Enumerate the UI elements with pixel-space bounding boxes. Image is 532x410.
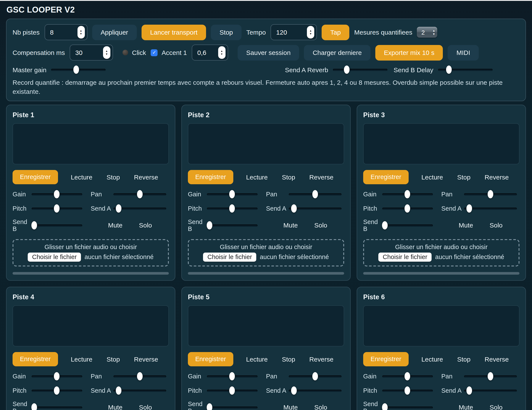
send-a-slider[interactable] (464, 204, 517, 213)
slider-thumb[interactable] (207, 221, 212, 229)
slider-thumb[interactable] (446, 65, 452, 74)
compensation-value[interactable] (75, 49, 103, 56)
slider-track[interactable] (382, 406, 433, 409)
slider-thumb[interactable] (31, 221, 37, 229)
reverse-button[interactable]: Reverse (308, 355, 335, 363)
master-gain-slider[interactable] (51, 65, 106, 74)
slider-thumb[interactable] (229, 190, 235, 198)
stepper-up-icon[interactable]: ▲ (220, 50, 223, 53)
charger-derniere-button[interactable]: Charger derniere (304, 45, 370, 60)
mesures-select[interactable]: 2 ▲▼ (417, 27, 437, 38)
play-button[interactable]: Lecture (69, 355, 94, 363)
record-button[interactable]: Enregistrer (13, 170, 58, 184)
stop-button[interactable]: Stop (105, 173, 121, 181)
send-a-slider[interactable] (288, 386, 342, 395)
pitch-slider[interactable] (32, 386, 82, 395)
play-button[interactable]: Lecture (245, 355, 269, 363)
slider-thumb[interactable] (291, 204, 297, 212)
reverse-button[interactable]: Reverse (483, 173, 510, 181)
sauver-session-button[interactable]: Sauver session (238, 45, 299, 60)
slider-thumb[interactable] (488, 372, 493, 380)
solo-button[interactable]: Solo (138, 403, 153, 410)
send-a-reverb-slider[interactable] (333, 65, 388, 74)
send-b-slider[interactable] (207, 403, 257, 410)
mute-button[interactable]: Mute (107, 221, 124, 229)
midi-button[interactable]: MIDI (448, 45, 479, 60)
slider-thumb[interactable] (405, 190, 410, 198)
pitch-slider[interactable] (32, 204, 82, 213)
slider-thumb[interactable] (405, 386, 410, 394)
tempo-value[interactable] (276, 28, 307, 36)
reverse-button[interactable]: Reverse (483, 355, 510, 363)
accent-value[interactable] (197, 49, 218, 56)
slider-track[interactable] (333, 69, 388, 71)
exporter-mix-button[interactable]: Exporter mix 10 s (375, 45, 443, 60)
slider-thumb[interactable] (382, 221, 388, 229)
slider-thumb[interactable] (466, 386, 472, 394)
gain-slider[interactable] (207, 190, 257, 198)
stop-button[interactable]: Stop (281, 173, 296, 181)
gain-slider[interactable] (32, 372, 82, 380)
play-button[interactable]: Lecture (420, 355, 444, 363)
slider-thumb[interactable] (137, 190, 143, 198)
stepper-up-icon[interactable]: ▲ (80, 29, 82, 32)
slider-thumb[interactable] (31, 403, 37, 410)
slider-thumb[interactable] (137, 372, 143, 380)
stepper-down-icon[interactable]: ▼ (220, 53, 223, 55)
slider-thumb[interactable] (312, 372, 318, 380)
send-b-delay-slider[interactable] (438, 65, 493, 74)
stepper-down-icon[interactable]: ▼ (80, 32, 82, 35)
stepper-icon[interactable]: ▲ ▼ (307, 26, 314, 38)
stepper-icon[interactable]: ▲ ▼ (77, 26, 85, 38)
pan-slider[interactable] (464, 190, 517, 198)
nb-pistes-input[interactable]: ▲ ▼ (44, 24, 87, 40)
send-a-slider[interactable] (113, 204, 166, 213)
pan-slider[interactable] (288, 190, 342, 198)
pitch-slider[interactable] (207, 386, 257, 395)
solo-button[interactable]: Solo (313, 403, 329, 410)
slider-thumb[interactable] (116, 204, 121, 212)
solo-button[interactable]: Solo (138, 221, 153, 229)
stepper-up-icon[interactable]: ▲ (105, 50, 108, 53)
mute-button[interactable]: Mute (107, 403, 124, 410)
stop-button[interactable]: Stop (105, 355, 121, 363)
send-a-slider[interactable] (464, 386, 517, 395)
slider-thumb[interactable] (207, 403, 212, 410)
nb-pistes-value[interactable] (50, 28, 77, 36)
slider-thumb[interactable] (466, 204, 472, 212)
file-dropzone[interactable]: Glisser un fichier audio ou choisir Choi… (363, 239, 519, 266)
pitch-slider[interactable] (207, 204, 257, 213)
mute-button[interactable]: Mute (457, 221, 475, 229)
slider-thumb[interactable] (291, 386, 297, 394)
play-button[interactable]: Lecture (245, 173, 269, 181)
pan-slider[interactable] (113, 372, 166, 380)
choose-file-button[interactable]: Choisir le fichier (203, 252, 256, 261)
accent-input[interactable]: ▲ ▼ (192, 45, 228, 61)
send-a-slider[interactable] (113, 386, 166, 395)
send-b-slider[interactable] (207, 221, 257, 229)
gain-slider[interactable] (32, 190, 82, 198)
pitch-slider[interactable] (382, 204, 433, 213)
tempo-input[interactable]: ▲ ▼ (271, 24, 317, 40)
gain-slider[interactable] (382, 372, 433, 380)
stepper-down-icon[interactable]: ▼ (309, 32, 312, 35)
slider-thumb[interactable] (488, 190, 493, 198)
pitch-slider[interactable] (382, 386, 433, 395)
gain-slider[interactable] (207, 372, 257, 380)
play-button[interactable]: Lecture (69, 173, 94, 181)
pan-slider[interactable] (464, 372, 517, 380)
file-dropzone[interactable]: Glisser un fichier audio ou choisir Choi… (13, 239, 169, 266)
stop-transport-button[interactable]: Stop (211, 24, 242, 40)
record-button[interactable]: Enregistrer (13, 352, 58, 366)
stop-button[interactable]: Stop (456, 173, 472, 181)
slider-track[interactable] (382, 224, 433, 226)
slider-thumb[interactable] (229, 386, 235, 394)
solo-button[interactable]: Solo (488, 403, 504, 410)
choose-file-button[interactable]: Choisir le fichier (28, 252, 81, 261)
stop-button[interactable]: Stop (281, 355, 296, 363)
slider-thumb[interactable] (405, 372, 410, 380)
lancer-transport-button[interactable]: Lancer transport (142, 24, 206, 40)
slider-thumb[interactable] (344, 65, 350, 74)
slider-thumb[interactable] (54, 190, 60, 198)
slider-thumb[interactable] (229, 372, 235, 380)
